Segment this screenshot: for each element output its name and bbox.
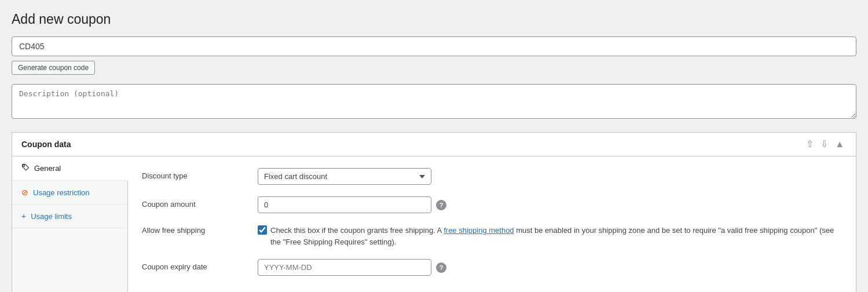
coupon-data-panel: Coupon data ⇧ ⇩ ▲ General: [12, 132, 856, 292]
panel-up-button[interactable]: ⇧: [804, 138, 816, 150]
tab-usage-limits[interactable]: + Usage limits: [12, 205, 127, 228]
tab-general-label: General: [34, 164, 61, 173]
panel-down-button[interactable]: ⇩: [818, 138, 830, 150]
discount-type-field: Percentage discount Fixed cart discount …: [258, 168, 842, 185]
panel-header: Coupon data ⇧ ⇩ ▲: [12, 133, 856, 156]
restriction-icon: ⊘: [21, 188, 28, 197]
coupon-amount-input[interactable]: [258, 196, 431, 213]
discount-type-row: Discount type Percentage discount Fixed …: [142, 168, 842, 185]
generate-coupon-button[interactable]: Generate coupon code: [12, 61, 95, 75]
description-textarea[interactable]: [12, 84, 856, 119]
svg-point-1: [23, 165, 24, 166]
tab-usage-restriction[interactable]: ⊘ Usage restriction: [12, 181, 127, 205]
coupon-amount-field: ?: [258, 196, 842, 213]
panel-collapse-button[interactable]: ▲: [833, 138, 847, 150]
allow-free-shipping-field: Check this box if the coupon grants free…: [258, 225, 842, 247]
tab-general[interactable]: General: [12, 156, 128, 181]
coupon-amount-label: Coupon amount: [142, 196, 258, 209]
tabs-sidebar: General ⊘ Usage restriction + Usage limi…: [12, 156, 128, 292]
allow-free-shipping-label: Allow free shipping: [142, 225, 258, 235]
plus-icon: +: [21, 211, 26, 221]
discount-type-label: Discount type: [142, 168, 258, 180]
coupon-expiry-date-input[interactable]: [258, 259, 431, 276]
tab-usage-limits-label[interactable]: Usage limits: [31, 212, 72, 221]
tab-content-general: Discount type Percentage discount Fixed …: [128, 156, 856, 292]
coupon-amount-help-icon[interactable]: ?: [436, 200, 446, 210]
free-shipping-checkbox-wrap: Check this box if the coupon grants free…: [258, 225, 842, 247]
allow-free-shipping-row: Allow free shipping Check this box if th…: [142, 225, 842, 247]
tab-usage-restriction-label[interactable]: Usage restriction: [33, 188, 90, 197]
page-title: Add new coupon: [12, 12, 856, 27]
coupon-expiry-date-row: Coupon expiry date ?: [142, 259, 842, 276]
coupon-expiry-date-label: Coupon expiry date: [142, 259, 258, 271]
panel-controls: ⇧ ⇩ ▲: [804, 138, 847, 150]
free-shipping-method-link[interactable]: free shipping method: [444, 226, 514, 235]
panel-body: General ⊘ Usage restriction + Usage limi…: [12, 156, 856, 292]
coupon-expiry-date-field: ?: [258, 259, 842, 276]
discount-type-select[interactable]: Percentage discount Fixed cart discount …: [258, 168, 431, 185]
free-shipping-text: Check this box if the coupon grants free…: [270, 225, 842, 247]
coupon-expiry-help-icon[interactable]: ?: [436, 262, 446, 273]
panel-title: Coupon data: [21, 140, 71, 149]
coupon-code-input[interactable]: [12, 36, 856, 56]
tag-icon: [21, 163, 30, 173]
allow-free-shipping-checkbox[interactable]: [258, 225, 267, 235]
coupon-amount-row: Coupon amount ?: [142, 196, 842, 213]
